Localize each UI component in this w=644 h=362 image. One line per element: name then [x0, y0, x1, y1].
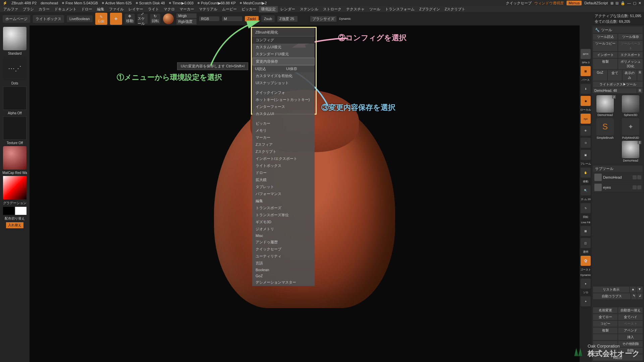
menu-brush[interactable]: ブラシ [21, 6, 36, 12]
frame-button[interactable]: ▣ [581, 150, 591, 160]
menu-color[interactable]: カラー [37, 6, 52, 12]
insert[interactable] [593, 334, 618, 340]
pref-restore-custom[interactable]: カスタムUI復元 [252, 44, 315, 51]
window-opacity[interactable]: ウィンドウ透明度 [534, 1, 564, 6]
rename[interactable]: 名前変更 [593, 307, 618, 313]
layout-icon[interactable]: ⊞ [610, 1, 613, 5]
menu-material[interactable]: マテリアル [197, 6, 219, 12]
pref-item[interactable]: パフォーマンス [252, 190, 315, 197]
pref-item[interactable]: トランスポーズ単位 [252, 212, 315, 219]
menu-stencil[interactable]: ステンシル [298, 6, 320, 12]
pref-init[interactable]: ZBrush初期化 [252, 28, 315, 37]
subtool-eyes[interactable]: eyes [593, 183, 643, 192]
pref-item[interactable]: クイックセーブ [252, 246, 315, 253]
pref-item[interactable]: Boolean [252, 267, 315, 273]
quicksave-label[interactable]: クイックセーブ [506, 1, 532, 6]
alpha-thumbnail[interactable] [3, 86, 26, 110]
color-picker[interactable] [3, 176, 26, 199]
local-button[interactable]: ◉ [581, 96, 591, 106]
pref-item[interactable]: アンドゥ履歴 [252, 239, 315, 246]
tool-pm3d[interactable]: ポリメッシュ3D化 [618, 59, 643, 69]
pref-config[interactable]: コンフィグ [252, 37, 315, 44]
menu-tool[interactable]: ツール [367, 6, 382, 12]
tool-import[interactable]: インポート [593, 52, 618, 58]
menu-light[interactable]: ライト [146, 6, 161, 12]
view-button[interactable]: 👁 [581, 126, 591, 136]
pref-item[interactable]: カスタムUI [252, 110, 315, 117]
menu-stroke[interactable]: ストローク [321, 6, 343, 12]
stroke-thumbnail[interactable]: ⋯⋰ [3, 57, 26, 80]
pref-item[interactable]: ジオメトリ [252, 226, 315, 233]
close-icon[interactable]: ✕ [638, 1, 641, 5]
eye-icon[interactable] [637, 185, 641, 189]
edit-mode-button[interactable]: ✎Edit [95, 13, 107, 25]
menus-button[interactable]: Menus [567, 1, 582, 5]
tool-save[interactable]: ツール保存 [618, 34, 643, 40]
pref-item[interactable]: インターフェース [252, 103, 315, 110]
draw-mode-button[interactable]: ✚ [110, 13, 122, 25]
menu-alpha[interactable]: アルファ [1, 6, 20, 12]
pref-save-ui[interactable]: UI保存 [283, 65, 315, 72]
lightbox-button[interactable]: ライトボックス [33, 15, 64, 23]
floor-button[interactable]: ⬇ [581, 84, 591, 94]
move-up-icon[interactable]: ↰ [631, 293, 637, 299]
rotate-button[interactable]: ↻回転 [150, 14, 160, 24]
menu-zscript[interactable]: Zスクリプト [443, 6, 468, 12]
pref-item[interactable]: メモリ [252, 127, 315, 134]
dynamic-label[interactable]: Dynamic [339, 17, 351, 20]
brush-thumbnail[interactable] [3, 27, 26, 50]
eye-icon[interactable] [637, 175, 641, 179]
pref-item[interactable]: ホットキー(ショートカットキー) [252, 96, 315, 103]
zsub-button[interactable]: Zsub [261, 15, 275, 22]
pref-item[interactable]: ドロー [252, 169, 315, 176]
brush-size[interactable]: ブラシサイズ [310, 16, 336, 22]
all-high[interactable]: 全てハイ [618, 314, 643, 320]
pref-item[interactable]: Zスフィア [252, 141, 315, 148]
menu-movie[interactable]: ムービー [220, 6, 239, 12]
fg-swatch[interactable] [3, 207, 14, 215]
pref-item[interactable]: ライトボックス [252, 162, 315, 169]
menu-file[interactable]: ファイル [107, 6, 126, 12]
m-toggle[interactable]: M [222, 16, 242, 21]
menu-macro[interactable]: マクロ [162, 6, 177, 12]
pref-item[interactable]: インポート/エクスポート [252, 155, 315, 162]
brush-icon[interactable] [633, 185, 637, 189]
pref-item[interactable]: ユーティリティ [252, 253, 315, 260]
pref-item[interactable]: 編集 [252, 197, 315, 204]
rgb-toggle[interactable]: RGB [199, 16, 219, 21]
auto-reorder[interactable]: 自動並べ替え [618, 307, 643, 313]
tool-export[interactable]: エクスポート [618, 52, 643, 58]
tool-header[interactable]: 🔧ツール [593, 27, 643, 33]
pref-item[interactable]: デシメーションマスター [252, 279, 315, 286]
tool-item-polymesh3d[interactable]: ✦PolyMesh3D [619, 118, 643, 139]
pref-item[interactable]: トランスポーズ [252, 204, 315, 212]
menu-preferences[interactable]: 環境設定 [259, 6, 278, 12]
current-tool[interactable]: DemoHead. 48 [593, 88, 637, 93]
tool-r2[interactable]: R [637, 88, 643, 93]
move-nav-button[interactable]: ✋ [581, 168, 591, 178]
paste-subtool[interactable]: ペースト [618, 321, 643, 327]
tool-visible[interactable]: 表示のみ [623, 70, 637, 81]
lock-icon[interactable]: 🔒 [621, 1, 625, 5]
texture-thumbnail[interactable] [3, 116, 26, 140]
default-zscript[interactable]: DefaultZScript [584, 1, 608, 5]
solo-button[interactable]: ● [581, 279, 591, 289]
pref-item[interactable]: タブレット [252, 183, 315, 190]
spix-label[interactable]: SPix 3 [582, 61, 589, 64]
tool-item-demohead[interactable]: 2DemoHead [593, 95, 617, 117]
pref-restore-std[interactable]: スタンダードUI復元 [252, 51, 315, 58]
menu-edit[interactable]: 編集 [95, 6, 106, 12]
subtool-header[interactable]: サブツール [593, 166, 643, 172]
menu-render[interactable]: レンダー [278, 6, 297, 12]
bg-swatch[interactable] [15, 207, 26, 215]
pref-item[interactable]: GoZ [252, 273, 315, 279]
zoom-fit-button[interactable]: ⊙ [581, 138, 591, 148]
ghost-button[interactable]: 👻 [581, 256, 591, 266]
all-low[interactable]: 全てロー [593, 314, 618, 320]
z-intensity[interactable]: Z強度 25 [277, 16, 298, 22]
tool-lightbox[interactable]: ライトボックス▶ツール [593, 81, 643, 87]
material-thumbnail[interactable] [3, 146, 26, 170]
bpr-button[interactable]: BPR [581, 49, 591, 59]
home-button[interactable]: ホームページ [3, 15, 30, 23]
tool-clone[interactable]: 複製 [593, 59, 618, 69]
